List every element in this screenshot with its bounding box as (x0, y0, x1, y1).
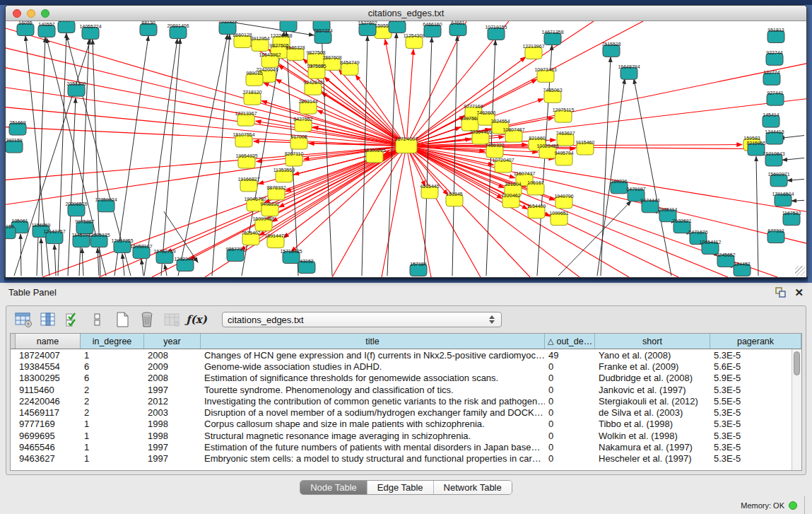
cell-in_degree[interactable]: 2 (81, 407, 144, 418)
cell-out_de[interactable]: 0 (545, 453, 595, 464)
table-row[interactable]: 911546021997Tourette syndrome. Phenomeno… (11, 384, 801, 395)
cell-out_de[interactable]: 0 (545, 431, 595, 441)
cell-name[interactable]: 18724007 (16, 350, 81, 361)
cell-year[interactable]: 1997 (144, 453, 201, 464)
cell-name[interactable]: 9777169 (16, 419, 81, 429)
cell-short[interactable]: Yano et al. (2008) (595, 350, 710, 361)
column-header-title[interactable]: title (201, 334, 545, 349)
cell-in_degree[interactable]: 2 (81, 396, 144, 407)
cell-name[interactable]: 9115460 (16, 385, 81, 395)
resize-grip-icon[interactable] (795, 266, 805, 276)
cell-year[interactable]: 2008 (144, 373, 201, 383)
cell-pagerank[interactable]: 5.5E-5 (710, 396, 801, 407)
cell-title[interactable]: Corpus callosum shape and size in male p… (201, 419, 545, 429)
cell-title[interactable]: Structural magnetic resonance image aver… (201, 431, 545, 441)
cell-title[interactable]: Estimation of significance thresholds fo… (201, 373, 545, 383)
cell-name[interactable]: 9699695 (16, 431, 81, 441)
cell-year[interactable]: 1997 (144, 442, 201, 452)
network-canvas[interactable]: 1830029586601288912954122260589827505165… (6, 21, 806, 277)
cell-in_degree[interactable]: 2 (81, 385, 144, 395)
cell-pagerank[interactable]: 5.3E-5 (710, 419, 801, 429)
cell-name[interactable]: 18300295 (16, 373, 81, 383)
close-panel-icon[interactable]: ✕ (794, 287, 804, 298)
graph-node[interactable] (280, 21, 297, 31)
cell-short[interactable]: Hescheler et al. (1997) (595, 453, 710, 464)
table-row[interactable]: 1456911722003Disruption of a novel membe… (11, 407, 801, 418)
table-row[interactable]: 946362711997Embryonic stem cells: a mode… (11, 453, 801, 465)
cell-year[interactable]: 1997 (144, 385, 201, 395)
rows-icon[interactable] (88, 311, 107, 328)
window-titlebar[interactable]: citations_edges.txt (6, 6, 806, 21)
cell-short[interactable]: Stergiakouli et al. (2012) (595, 396, 710, 407)
cell-name[interactable]: 19384554 (16, 361, 81, 372)
column-selector-icon[interactable] (39, 311, 57, 328)
cell-in_degree[interactable]: 1 (81, 453, 144, 464)
checklist-icon[interactable] (64, 311, 82, 328)
table-row[interactable]: 1830029562008Estimation of significance … (11, 373, 801, 384)
column-header-name[interactable]: name (16, 334, 81, 349)
cell-out_de[interactable]: 0 (545, 373, 595, 383)
cell-out_de[interactable]: 0 (545, 442, 595, 452)
tab-edge-table[interactable]: Edge Table (367, 481, 434, 494)
cell-short[interactable]: Dudbridge et al. (2008) (595, 373, 710, 383)
cell-short[interactable]: Franke et al. (2009) (595, 361, 710, 372)
cell-out_de[interactable]: 0 (545, 385, 595, 395)
table-row[interactable]: 977716911998Corpus callosum shape and si… (11, 419, 801, 430)
cell-pagerank[interactable]: 5.3E-5 (710, 385, 801, 395)
table-selector-dropdown[interactable]: citations_edges.txt (222, 312, 502, 327)
cell-title[interactable]: Disruption of a novel member of a sodium… (201, 407, 545, 418)
cell-in_degree[interactable]: 1 (81, 419, 144, 429)
new-table-icon[interactable] (113, 311, 131, 328)
cell-out_de[interactable]: 0 (545, 407, 595, 418)
cell-year[interactable]: 1998 (144, 419, 201, 429)
cell-out_de[interactable]: 0 (545, 396, 595, 407)
cell-pagerank[interactable]: 5.3E-5 (710, 350, 801, 361)
scrollbar-thumb[interactable] (794, 351, 800, 375)
delete-table-icon[interactable] (138, 311, 156, 328)
memory-status-icon[interactable] (789, 501, 797, 510)
table-mode-icon[interactable] (14, 311, 33, 328)
zoom-window-button[interactable] (41, 9, 49, 18)
table-row[interactable]: 1938455462009Genome-wide association stu… (11, 361, 801, 372)
cell-title[interactable]: Investigating the contribution of common… (201, 396, 545, 407)
minimize-window-button[interactable] (27, 9, 35, 18)
cell-name[interactable]: 9465546 (16, 442, 81, 452)
cell-short[interactable]: Jankovic et al. (1997) (595, 385, 710, 395)
cell-name[interactable]: 14569117 (16, 407, 81, 418)
cell-in_degree[interactable]: 1 (81, 431, 144, 441)
cell-pagerank[interactable]: 5.3E-5 (710, 407, 801, 418)
tab-node-table[interactable]: Node Table (300, 481, 367, 494)
cell-year[interactable]: 2008 (144, 350, 201, 361)
cell-title[interactable]: Changes of HCN gene expression and I(f) … (201, 350, 545, 361)
cell-title[interactable]: Embryonic stem cells: a model to study s… (201, 453, 545, 464)
column-header-in_degree[interactable]: in_degree (81, 334, 144, 349)
column-header-pagerank[interactable]: pagerank (710, 334, 801, 349)
cell-pagerank[interactable]: 5.3E-5 (710, 453, 801, 464)
cell-short[interactable]: Wolkin et al. (1998) (595, 431, 710, 441)
cell-in_degree[interactable]: 1 (81, 442, 144, 452)
cell-year[interactable]: 2012 (144, 396, 201, 407)
cell-year[interactable]: 2003 (144, 407, 201, 418)
cell-title[interactable]: Genome-wide association studies in ADHD. (201, 361, 545, 372)
vertical-scrollbar[interactable] (792, 349, 801, 470)
cell-pagerank[interactable]: 5.6E-5 (710, 361, 801, 372)
cell-short[interactable]: Nakamura et al. (1997) (595, 442, 710, 452)
float-panel-icon[interactable] (775, 287, 786, 298)
cell-out_de[interactable]: 49 (545, 350, 595, 361)
table-row[interactable]: 2242004622012Investigating the contribut… (11, 395, 801, 407)
cell-short[interactable]: de Silva et al. (2003) (595, 407, 710, 418)
cell-name[interactable]: 9463627 (16, 453, 81, 464)
close-window-button[interactable] (13, 9, 21, 18)
cell-year[interactable]: 1998 (144, 431, 201, 441)
table-row[interactable]: 946554611997Estimation of the future num… (11, 441, 801, 452)
cell-short[interactable]: Tibbo et al. (1998) (595, 419, 710, 429)
tab-network-table[interactable]: Network Table (434, 481, 512, 494)
table-row[interactable]: 969969511998Structural magnetic resonanc… (11, 430, 801, 441)
cell-pagerank[interactable]: 5.3E-5 (710, 431, 801, 441)
cell-out_de[interactable]: 0 (545, 361, 595, 372)
cell-pagerank[interactable]: 5.9E-5 (710, 373, 801, 383)
cell-year[interactable]: 2009 (144, 361, 201, 372)
column-header-year[interactable]: year (144, 334, 201, 349)
cell-title[interactable]: Tourette syndrome. Phenomenology and cla… (201, 385, 545, 395)
function-builder-icon[interactable]: ƒ(x) (187, 311, 206, 328)
